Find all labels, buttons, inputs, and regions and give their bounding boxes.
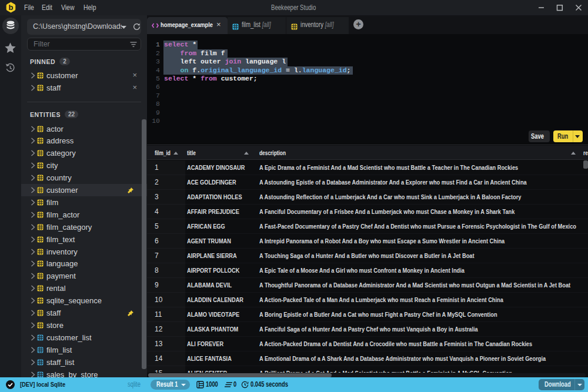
svg-text:b: b bbox=[9, 3, 14, 12]
